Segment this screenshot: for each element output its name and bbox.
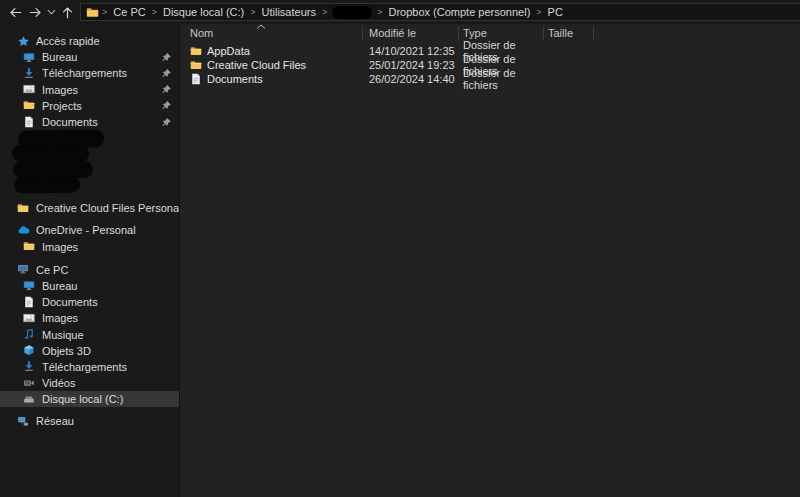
breadcrumb-ce-pc[interactable]: Ce PC: [108, 6, 150, 18]
pin-icon: [161, 117, 172, 128]
file-list-pane: Nom Modifié le Type Taille AppData 14/10…: [180, 24, 800, 497]
navigation-toolbar: > Ce PC > Disque local (C:) > Utilisateu…: [0, 0, 800, 24]
sidebar-item-pc-telechargements[interactable]: Téléchargements: [0, 359, 179, 375]
video-icon: [23, 377, 36, 390]
file-name: Documents: [207, 73, 263, 85]
file-modified: 25/01/2024 19:23: [362, 59, 458, 71]
sidebar-item-ce-pc[interactable]: Ce PC: [0, 262, 179, 278]
breadcrumb-pc[interactable]: PC: [543, 6, 568, 18]
picture-icon: [23, 83, 36, 96]
redaction-blob: [14, 177, 80, 194]
sidebar-item-label: Images: [42, 241, 78, 253]
sidebar-item-label: Projects: [42, 100, 82, 112]
breadcrumb-separator: >: [101, 7, 108, 17]
sidebar-item-reseau[interactable]: Réseau: [0, 413, 179, 429]
pin-icon: [161, 84, 172, 95]
file-name: Creative Cloud Files: [207, 59, 306, 71]
forward-button[interactable]: [25, 2, 45, 22]
address-bar[interactable]: > Ce PC > Disque local (C:) > Utilisateu…: [80, 3, 800, 21]
sidebar-item-pc-musique[interactable]: Musique: [0, 326, 179, 342]
sidebar-item-label: Vidéos: [42, 377, 75, 389]
sidebar-item-label: Disque local (C:): [42, 393, 123, 405]
sidebar-item-label: Images: [42, 312, 78, 324]
sidebar-item-disque-local-c[interactable]: Disque local (C:): [0, 391, 179, 407]
sidebar-item-label: Téléchargements: [42, 67, 127, 79]
sidebar-item-label: Images: [42, 84, 78, 96]
sidebar-redacted-items: [0, 130, 179, 200]
sidebar-item-quick-access[interactable]: Accès rapide: [0, 33, 179, 49]
breadcrumb-separator: >: [376, 7, 383, 17]
breadcrumb-disque-local[interactable]: Disque local (C:): [158, 6, 249, 18]
sidebar-item-label: Documents: [42, 116, 98, 128]
pin-icon: [161, 100, 172, 111]
back-button[interactable]: [5, 2, 25, 22]
up-button[interactable]: [57, 2, 77, 22]
sidebar-item-label: Réseau: [36, 415, 74, 427]
column-divider[interactable]: [458, 26, 459, 40]
column-header-type[interactable]: Type: [458, 24, 543, 42]
sidebar-item-label: Accès rapide: [36, 35, 100, 47]
breadcrumb-separator: >: [535, 7, 542, 17]
sidebar-item-label: Téléchargements: [42, 361, 127, 373]
sidebar-item-label: Bureau: [42, 51, 77, 63]
sidebar-item-pc-documents[interactable]: Documents: [0, 294, 179, 310]
pin-icon: [161, 52, 172, 63]
breadcrumb-separator: >: [249, 7, 256, 17]
folder-icon: [17, 202, 30, 215]
column-divider[interactable]: [362, 26, 363, 40]
file-type: Dossier de fichiers: [458, 67, 543, 91]
sidebar-item-projects[interactable]: Projects: [0, 98, 179, 114]
sidebar-item-images[interactable]: Images: [0, 82, 179, 98]
desktop-icon: [23, 51, 36, 64]
sidebar-item-pc-images[interactable]: Images: [0, 310, 179, 326]
document-icon: [23, 116, 36, 129]
downloads-icon: [23, 67, 36, 80]
sidebar-item-label: Creative Cloud Files Personal Account co: [36, 202, 179, 214]
sidebar-item-pc-videos[interactable]: Vidéos: [0, 375, 179, 391]
address-folder-icon: [86, 6, 99, 19]
network-icon: [17, 415, 30, 428]
sidebar-item-pc-objets-3d[interactable]: Objets 3D: [0, 343, 179, 359]
navigation-pane: Accès rapide Bureau Téléchargements Imag…: [0, 24, 180, 497]
sidebar-item-label: Ce PC: [36, 264, 68, 276]
breadcrumb-dropbox[interactable]: Dropbox (Compte personnel): [383, 6, 535, 18]
column-header-modifie-le[interactable]: Modifié le: [362, 24, 458, 42]
sidebar-item-pc-bureau[interactable]: Bureau: [0, 278, 179, 294]
drive-icon: [23, 393, 36, 406]
sidebar-item-label: Objets 3D: [42, 345, 91, 357]
star-icon: [17, 35, 30, 48]
cube-icon: [23, 344, 36, 357]
column-divider[interactable]: [543, 26, 544, 40]
redaction-blob: [12, 145, 89, 163]
column-header-nom[interactable]: Nom: [180, 24, 362, 42]
document-icon: [23, 296, 36, 309]
file-name: AppData: [207, 45, 250, 57]
sidebar-item-documents[interactable]: Documents: [0, 114, 179, 130]
breadcrumb-utilisateurs[interactable]: Utilisateurs: [257, 6, 321, 18]
sidebar-item-label: Bureau: [42, 280, 77, 292]
sidebar-item-onedrive[interactable]: OneDrive - Personal: [0, 222, 179, 238]
cloud-icon: [17, 224, 30, 237]
breadcrumb-separator: >: [321, 7, 328, 17]
folder-icon: [190, 59, 202, 71]
sidebar-item-bureau[interactable]: Bureau: [0, 49, 179, 65]
sidebar-item-label: OneDrive - Personal: [36, 224, 136, 236]
file-modified: 14/10/2021 12:35: [362, 45, 458, 57]
file-modified: 26/02/2024 14:40: [362, 73, 458, 85]
column-headers: Nom Modifié le Type Taille: [180, 24, 800, 42]
sidebar-item-creative-cloud-files[interactable]: Creative Cloud Files Personal Account co: [0, 200, 179, 216]
folder-icon: [190, 45, 202, 57]
sidebar-item-label: Documents: [42, 296, 98, 308]
column-header-taille[interactable]: Taille: [543, 24, 593, 42]
file-row-documents[interactable]: Documents 26/02/2024 14:40 Dossier de fi…: [180, 72, 800, 86]
picture-icon: [23, 312, 36, 325]
file-rows: AppData 14/10/2021 12:35 Dossier de fich…: [180, 44, 800, 86]
music-icon: [23, 328, 36, 341]
column-divider[interactable]: [593, 26, 594, 40]
sidebar-item-onedrive-images[interactable]: Images: [0, 239, 179, 255]
desktop-icon: [23, 279, 36, 292]
history-dropdown-button[interactable]: [45, 2, 57, 22]
sidebar-item-telechargements[interactable]: Téléchargements: [0, 65, 179, 81]
downloads-icon: [23, 360, 36, 373]
folder-icon: [23, 240, 36, 253]
